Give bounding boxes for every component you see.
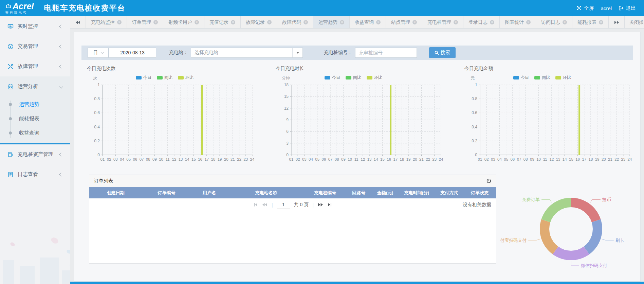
svg-text:20: 20 xyxy=(224,157,228,161)
bar-chart-svg: 00.20.40.60.8101020304050607080910111213… xyxy=(464,82,636,166)
last-page-icon xyxy=(327,202,332,207)
total-pages-label: 共 0 页 xyxy=(294,202,309,208)
next-page-button[interactable] xyxy=(317,202,324,207)
tabs-scroll-left-button[interactable] xyxy=(70,16,86,28)
prev-page-button[interactable] xyxy=(262,202,268,207)
legend-item[interactable]: 环比 xyxy=(367,75,382,81)
close-tab-icon[interactable]: × xyxy=(303,20,308,24)
svg-text:15: 15 xyxy=(284,94,289,99)
legend-item[interactable]: 同比 xyxy=(534,75,550,81)
tab[interactable]: 收益查询× xyxy=(350,16,386,28)
sidebar-item[interactable]: 故障管理 xyxy=(0,56,70,76)
tabs-scroll-right-button[interactable] xyxy=(609,16,624,28)
svg-text:0.8: 0.8 xyxy=(94,96,100,101)
close-tab-icon[interactable]: × xyxy=(490,20,494,24)
legend-item[interactable]: 同比 xyxy=(346,75,361,81)
svg-text:04: 04 xyxy=(120,157,124,161)
close-tab-icon[interactable]: × xyxy=(195,20,199,24)
sidebar-subitem[interactable]: 收益查询 xyxy=(0,126,70,140)
svg-text:0: 0 xyxy=(475,153,477,157)
sidebar-subitem[interactable]: 运营趋势 xyxy=(0,97,70,111)
tab[interactable]: 订单管理× xyxy=(127,16,163,28)
donut-slice[interactable] xyxy=(541,198,571,222)
svg-text:1: 1 xyxy=(97,83,100,87)
close-tab-icon[interactable]: × xyxy=(340,20,344,24)
sidebar-subitem[interactable]: 能耗报表 xyxy=(0,111,70,126)
svg-text:04: 04 xyxy=(497,157,502,161)
panel-settings-button[interactable] xyxy=(486,178,491,183)
order-list-panel: 订单列表 创建日期订单编号用户名充电站名称充电桩编号回路号金额(元)充电时间(分… xyxy=(89,175,496,264)
close-tab-icon[interactable]: × xyxy=(454,20,458,24)
legend-item[interactable]: 环比 xyxy=(178,75,194,81)
svg-text:16: 16 xyxy=(387,157,391,161)
tab[interactable]: 登录日志× xyxy=(463,16,500,28)
fullscreen-button[interactable]: 全屏 xyxy=(577,5,594,12)
close-operations-label: 关闭操作 xyxy=(629,19,644,25)
legend-swatch xyxy=(178,76,184,79)
tab[interactable]: 射频卡用户× xyxy=(163,16,204,28)
sidebar-item[interactable]: 实时监控 xyxy=(0,16,70,36)
tab[interactable]: 运营趋势× xyxy=(313,16,350,28)
close-tab-icon[interactable]: × xyxy=(412,20,417,24)
close-tab-icon[interactable]: × xyxy=(267,20,272,24)
sidebar-submenu: 运营趋势能耗报表收益查询 xyxy=(0,97,70,140)
sidebar-item[interactable]: 日志查看 xyxy=(0,164,70,184)
close-tab-icon[interactable]: × xyxy=(153,20,158,24)
legend-label: 环比 xyxy=(563,75,571,81)
svg-text:19: 19 xyxy=(406,157,411,161)
sidebar-item[interactable]: 交易管理 xyxy=(0,36,70,56)
close-operations-button[interactable]: 关闭操作 xyxy=(624,16,644,28)
username[interactable]: acrel xyxy=(601,5,612,11)
tab[interactable]: 充电站监控× xyxy=(86,16,127,28)
sidebar-item-label: 交易管理 xyxy=(18,43,38,50)
tab[interactable]: 充电桩管理× xyxy=(422,16,463,28)
svg-text:6: 6 xyxy=(286,129,289,134)
logout-button[interactable]: 退出 xyxy=(619,5,636,12)
table-column-header: 支付方式 xyxy=(435,190,463,196)
donut-slice[interactable] xyxy=(540,219,558,254)
chevron-down-icon xyxy=(100,51,103,53)
donut-slice[interactable] xyxy=(571,198,601,222)
tab[interactable]: 故障代码× xyxy=(277,16,313,28)
close-tab-icon[interactable]: × xyxy=(231,20,235,24)
last-page-button[interactable] xyxy=(327,202,332,207)
svg-text:21: 21 xyxy=(231,157,235,161)
close-tab-icon[interactable]: × xyxy=(117,20,122,24)
legend-item[interactable]: 今日 xyxy=(325,75,340,81)
close-tab-icon[interactable]: × xyxy=(376,20,381,24)
legend-item[interactable]: 同比 xyxy=(157,75,172,81)
bar-环比[interactable] xyxy=(578,85,580,155)
period-select[interactable]: 日 xyxy=(88,48,109,58)
donut-slice[interactable] xyxy=(584,219,602,254)
first-page-button[interactable] xyxy=(253,202,258,207)
sidebar-item[interactable]: 充电桩资产管理 xyxy=(0,144,70,164)
legend-item[interactable]: 今日 xyxy=(136,75,151,81)
legend-item[interactable]: 今日 xyxy=(513,75,529,81)
bar-环比[interactable] xyxy=(201,85,203,155)
tab[interactable]: 能耗报表× xyxy=(572,16,609,28)
bar-环比[interactable] xyxy=(390,85,391,155)
logout-label: 退出 xyxy=(626,5,636,12)
page-number-input[interactable] xyxy=(277,201,290,209)
tab[interactable]: 站点管理× xyxy=(386,16,422,28)
next-page-icon xyxy=(317,202,324,207)
period-value: 日 xyxy=(93,50,98,56)
date-input[interactable] xyxy=(109,48,156,58)
tab[interactable]: 充值记录× xyxy=(204,16,241,28)
tab[interactable]: 故障记录× xyxy=(241,16,277,28)
pile-number-input[interactable] xyxy=(355,48,417,58)
tab[interactable]: 图表统计× xyxy=(500,16,536,28)
svg-text:12: 12 xyxy=(550,157,554,161)
pagination-divider: | xyxy=(272,202,273,208)
close-tab-icon[interactable]: × xyxy=(526,20,531,24)
donut-slice[interactable] xyxy=(553,247,589,260)
svg-text:04: 04 xyxy=(309,157,313,161)
station-select[interactable]: 选择充电站 xyxy=(191,48,303,58)
search-button[interactable]: 搜索 xyxy=(429,47,456,58)
legend-item[interactable]: 环比 xyxy=(555,75,571,81)
close-tab-icon[interactable]: × xyxy=(599,20,603,24)
sidebar-item[interactable]: 运营分析 xyxy=(0,76,70,96)
close-tab-icon[interactable]: × xyxy=(563,20,567,24)
tab[interactable]: 访问日志× xyxy=(536,16,572,28)
legend-label: 今日 xyxy=(521,75,529,81)
